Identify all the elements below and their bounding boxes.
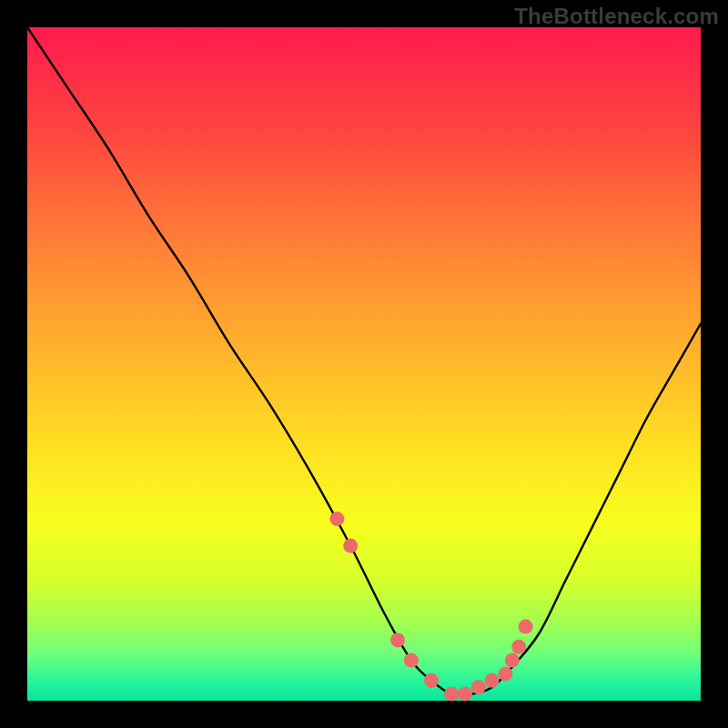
highlight-dot bbox=[485, 673, 500, 688]
highlight-dot bbox=[343, 539, 358, 553]
highlight-dot bbox=[458, 687, 472, 702]
watermark-label: TheBottleneck.com bbox=[514, 4, 719, 29]
plot-area bbox=[27, 27, 701, 701]
highlight-dot bbox=[511, 640, 526, 654]
highlight-dot bbox=[444, 687, 459, 702]
highlight-dot bbox=[519, 620, 533, 634]
highlight-dot bbox=[390, 632, 405, 647]
highlight-dot bbox=[404, 653, 419, 668]
highlight-dot bbox=[505, 653, 520, 668]
highlight-dots bbox=[329, 511, 532, 701]
highlight-dot bbox=[471, 680, 486, 694]
highlight-dot bbox=[498, 666, 512, 681]
highlight-dot bbox=[329, 511, 344, 526]
chart-frame: TheBottleneck.com bbox=[0, 0, 728, 728]
curve-layer bbox=[27, 27, 701, 701]
bottleneck-curve bbox=[27, 27, 701, 695]
highlight-dot bbox=[424, 673, 439, 688]
